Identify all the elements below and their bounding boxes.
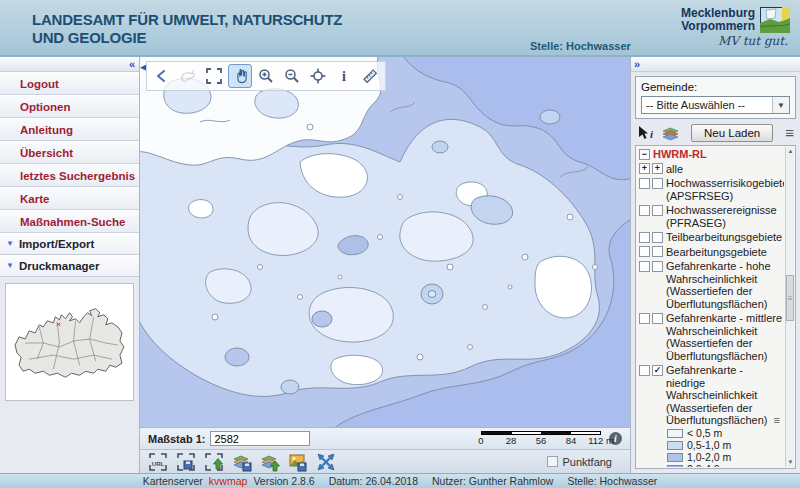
save-layers-button[interactable]	[232, 452, 252, 472]
scalebar-tick: 0	[478, 435, 483, 446]
identify-cursor-icon[interactable]: i	[637, 125, 654, 142]
sidebar-section-druckmanager[interactable]: ▼Druckmanager	[0, 255, 139, 277]
pan-tool-button[interactable]	[228, 64, 252, 88]
layer-checkbox[interactable]	[652, 313, 663, 324]
layer-label[interactable]: alle	[666, 163, 784, 176]
tree-root-label[interactable]: HWRM-RL	[653, 148, 784, 161]
save-extent-button[interactable]	[176, 452, 196, 472]
layer-row: Hochwasserrisikogebiete (APSFRSEG)	[639, 176, 784, 203]
logo-line2: Vorpommern	[681, 19, 755, 33]
layer-checkbox[interactable]	[652, 205, 663, 216]
legend-row: 2,0-4,0 m	[639, 464, 784, 468]
fit-extent-button[interactable]	[316, 452, 336, 472]
layer-row-boxes	[639, 177, 663, 189]
footer-app-name: kvwmap	[209, 475, 248, 487]
legend-label: 2,0-4,0 m	[687, 464, 731, 468]
chevron-down-icon: ▼	[6, 239, 14, 248]
stelle-label: Stelle: Hochwasser	[530, 40, 631, 52]
layer-label[interactable]: Bearbeitungsgebiete	[666, 246, 784, 259]
sidebar-item-label: Karte	[20, 193, 49, 205]
measure-tool-button[interactable]	[358, 64, 382, 88]
svg-text:URL: URL	[152, 460, 165, 466]
sidebar-item-label: Optionen	[20, 101, 70, 113]
layer-checkbox[interactable]	[639, 232, 650, 243]
legend-swatch	[667, 465, 683, 468]
sidebar-item-anleitung[interactable]: Anleitung	[0, 118, 139, 141]
sidebar-item-karte[interactable]: Karte	[0, 187, 139, 210]
layer-label[interactable]: Gefahrenkarte - mittlere Wahrscheinlichk…	[666, 312, 784, 362]
punktfang-checkbox[interactable]	[547, 456, 558, 467]
scroll-down-icon[interactable]: ▼	[786, 458, 795, 467]
layer-legend-menu-icon[interactable]: ≡	[771, 414, 780, 426]
layer-checkbox[interactable]	[639, 205, 650, 216]
url-extent-button[interactable]: URL	[148, 452, 168, 472]
reload-button[interactable]: Neu Laden	[691, 124, 773, 142]
panel-menu-icon[interactable]: ≡	[785, 128, 794, 138]
layer-checkbox[interactable]	[652, 261, 663, 272]
layer-row-boxes	[639, 260, 663, 272]
layer-label[interactable]: Gefahrenkarte - hohe Wahrscheinlichkeit …	[666, 260, 784, 310]
footer-version: Version 2.8.6	[253, 475, 314, 487]
sidebar-strip: «	[0, 57, 139, 72]
zoom-in-button[interactable]	[254, 64, 278, 88]
back-button[interactable]	[150, 64, 174, 88]
mv-logo: Mecklenburg Vorpommern MV tut gut.	[655, 7, 790, 48]
scale-row: Maßstab 1: 0285684112 m i	[140, 427, 630, 449]
tree-root-row: −HWRM-RL	[639, 147, 784, 162]
collapse-panel-icon[interactable]: »	[634, 59, 640, 69]
layer-label[interactable]: Gefahrenkarte - niedrige Wahrscheinlichk…	[666, 364, 784, 427]
logo-line1: Mecklenburg	[681, 6, 755, 20]
layer-checkbox[interactable]	[652, 178, 663, 189]
scale-input[interactable]	[210, 431, 310, 446]
layer-label[interactable]: Hochwasserereignisse (PFRASEG)	[666, 204, 784, 229]
layer-panel-tools: i Neu Laden ≡	[631, 122, 800, 145]
layer-row: ✓Gefahrenkarte - niedrige Wahrscheinlich…	[639, 363, 784, 428]
expand-box-icon[interactable]: +	[652, 163, 663, 174]
gemeinde-box: Gemeinde: -- Bitte Auswählen -- ▼	[635, 76, 796, 119]
sidebar-item-logout[interactable]: Logout	[0, 72, 139, 95]
layer-checkbox[interactable]	[652, 232, 663, 243]
layer-checkbox[interactable]	[639, 246, 650, 257]
load-layers-button[interactable]	[260, 452, 280, 472]
center-map-button[interactable]	[306, 64, 330, 88]
collapse-box-icon[interactable]: −	[639, 149, 650, 160]
load-extent-button[interactable]	[204, 452, 224, 472]
sidebar-section-label: Druckmanager	[19, 260, 100, 272]
polygon-select-icon[interactable]	[176, 64, 200, 88]
layer-checkbox[interactable]	[652, 246, 663, 257]
layer-checkbox[interactable]	[639, 178, 650, 189]
scalebar-tick: 28	[506, 435, 517, 446]
gemeinde-select[interactable]: -- Bitte Auswählen -- ▼	[641, 96, 790, 114]
flood-map-image	[140, 57, 630, 427]
sidebar-item--bersicht[interactable]: Übersicht	[0, 141, 139, 164]
full-extent-button[interactable]	[202, 64, 226, 88]
punktfang-control: Punktfang	[547, 456, 612, 468]
scalebar-tick: 112 m	[588, 435, 614, 446]
zoom-out-button[interactable]	[280, 64, 304, 88]
overview-map[interactable]	[5, 283, 134, 401]
status-bar: Kartenserver kvwmap Version 2.8.6 Datum:…	[0, 473, 800, 488]
layer-label[interactable]: Hochwasserrisikogebiete (APSFRSEG)	[666, 177, 784, 202]
expand-box-icon[interactable]: +	[639, 163, 650, 174]
layer-checkbox[interactable]	[639, 313, 650, 324]
save-image-button[interactable]	[288, 452, 308, 472]
layer-checkbox[interactable]: ✓	[652, 365, 663, 376]
info-tool-button[interactable]: i	[332, 64, 356, 88]
layer-label[interactable]: Teilbearbeitungsgebiete	[666, 231, 784, 244]
tree-scrollbar[interactable]: ▲ ▼	[785, 147, 794, 467]
scrollbar-thumb[interactable]	[786, 275, 794, 321]
header: LANDESAMT FÜR UMWELT, NATURSCHUTZ UND GE…	[0, 0, 800, 57]
sidebar-item-ma-nahmen-suche[interactable]: Maßnahmen-Suche	[0, 210, 139, 233]
collapse-sidebar-icon[interactable]: «	[129, 59, 135, 69]
scale-label: Maßstab 1:	[148, 433, 205, 445]
sidebar-item-optionen[interactable]: Optionen	[0, 95, 139, 118]
bottom-toolbar: URL	[140, 449, 630, 473]
layers-icon[interactable]	[662, 125, 679, 142]
layer-checkbox[interactable]	[639, 365, 650, 376]
sidebar-section-import-export[interactable]: ▼Import/Export	[0, 233, 139, 255]
map-canvas[interactable]: ◀	[140, 57, 630, 427]
layer-checkbox[interactable]	[639, 261, 650, 272]
footer-stelle: Stelle: Hochwasser	[567, 475, 657, 487]
scroll-up-icon[interactable]: ▲	[786, 147, 795, 156]
sidebar-item-letztes-suchergebnis[interactable]: letztes Suchergebnis	[0, 164, 139, 187]
